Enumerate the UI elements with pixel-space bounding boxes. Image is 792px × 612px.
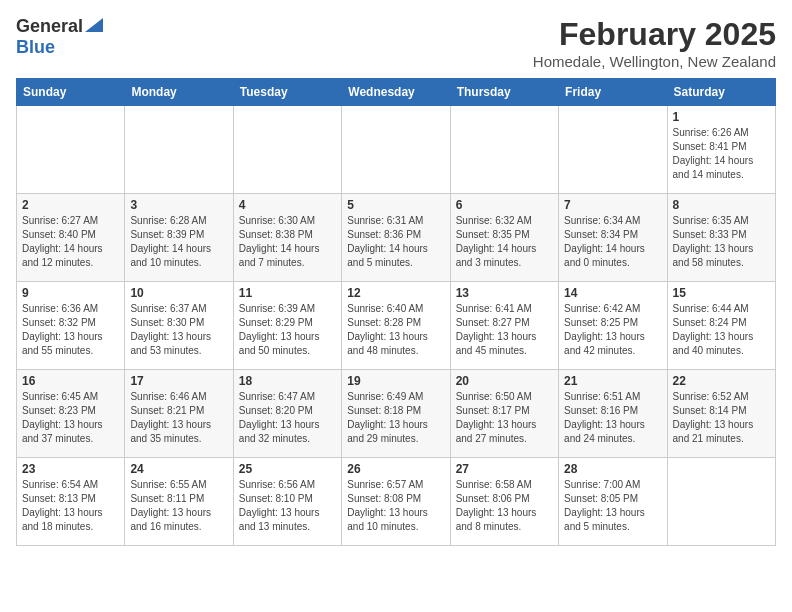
- calendar-cell: 23Sunrise: 6:54 AM Sunset: 8:13 PM Dayli…: [17, 458, 125, 546]
- day-number: 3: [130, 198, 227, 212]
- day-info: Sunrise: 6:32 AM Sunset: 8:35 PM Dayligh…: [456, 214, 553, 270]
- logo-blue-text: Blue: [16, 37, 55, 57]
- day-info: Sunrise: 6:39 AM Sunset: 8:29 PM Dayligh…: [239, 302, 336, 358]
- calendar-cell: 5Sunrise: 6:31 AM Sunset: 8:36 PM Daylig…: [342, 194, 450, 282]
- day-number: 6: [456, 198, 553, 212]
- calendar-cell: [125, 106, 233, 194]
- calendar-cell: 18Sunrise: 6:47 AM Sunset: 8:20 PM Dayli…: [233, 370, 341, 458]
- day-number: 20: [456, 374, 553, 388]
- day-number: 9: [22, 286, 119, 300]
- day-number: 26: [347, 462, 444, 476]
- calendar-cell: 8Sunrise: 6:35 AM Sunset: 8:33 PM Daylig…: [667, 194, 775, 282]
- month-title: February 2025: [533, 16, 776, 53]
- calendar-cell: [450, 106, 558, 194]
- calendar-table: SundayMondayTuesdayWednesdayThursdayFrid…: [16, 78, 776, 546]
- weekday-header: Wednesday: [342, 79, 450, 106]
- calendar-week-row: 23Sunrise: 6:54 AM Sunset: 8:13 PM Dayli…: [17, 458, 776, 546]
- day-info: Sunrise: 6:42 AM Sunset: 8:25 PM Dayligh…: [564, 302, 661, 358]
- weekday-header: Friday: [559, 79, 667, 106]
- day-number: 1: [673, 110, 770, 124]
- calendar-cell: 2Sunrise: 6:27 AM Sunset: 8:40 PM Daylig…: [17, 194, 125, 282]
- day-info: Sunrise: 6:26 AM Sunset: 8:41 PM Dayligh…: [673, 126, 770, 182]
- calendar-cell: 21Sunrise: 6:51 AM Sunset: 8:16 PM Dayli…: [559, 370, 667, 458]
- day-number: 11: [239, 286, 336, 300]
- weekday-header: Thursday: [450, 79, 558, 106]
- day-number: 7: [564, 198, 661, 212]
- calendar-cell: [233, 106, 341, 194]
- day-info: Sunrise: 6:49 AM Sunset: 8:18 PM Dayligh…: [347, 390, 444, 446]
- calendar-week-row: 9Sunrise: 6:36 AM Sunset: 8:32 PM Daylig…: [17, 282, 776, 370]
- calendar-cell: 9Sunrise: 6:36 AM Sunset: 8:32 PM Daylig…: [17, 282, 125, 370]
- calendar-header-row: SundayMondayTuesdayWednesdayThursdayFrid…: [17, 79, 776, 106]
- day-number: 16: [22, 374, 119, 388]
- header: General Blue February 2025 Homedale, Wel…: [16, 16, 776, 70]
- day-info: Sunrise: 6:52 AM Sunset: 8:14 PM Dayligh…: [673, 390, 770, 446]
- weekday-header: Tuesday: [233, 79, 341, 106]
- day-info: Sunrise: 6:28 AM Sunset: 8:39 PM Dayligh…: [130, 214, 227, 270]
- calendar-cell: 11Sunrise: 6:39 AM Sunset: 8:29 PM Dayli…: [233, 282, 341, 370]
- calendar-cell: 17Sunrise: 6:46 AM Sunset: 8:21 PM Dayli…: [125, 370, 233, 458]
- calendar-body: 1Sunrise: 6:26 AM Sunset: 8:41 PM Daylig…: [17, 106, 776, 546]
- logo-general-text: General: [16, 16, 83, 37]
- logo: General Blue: [16, 16, 103, 58]
- day-info: Sunrise: 6:45 AM Sunset: 8:23 PM Dayligh…: [22, 390, 119, 446]
- day-number: 13: [456, 286, 553, 300]
- calendar-cell: 16Sunrise: 6:45 AM Sunset: 8:23 PM Dayli…: [17, 370, 125, 458]
- day-info: Sunrise: 6:57 AM Sunset: 8:08 PM Dayligh…: [347, 478, 444, 534]
- day-number: 28: [564, 462, 661, 476]
- day-number: 10: [130, 286, 227, 300]
- day-info: Sunrise: 6:27 AM Sunset: 8:40 PM Dayligh…: [22, 214, 119, 270]
- day-info: Sunrise: 6:36 AM Sunset: 8:32 PM Dayligh…: [22, 302, 119, 358]
- calendar-cell: 6Sunrise: 6:32 AM Sunset: 8:35 PM Daylig…: [450, 194, 558, 282]
- calendar-cell: 10Sunrise: 6:37 AM Sunset: 8:30 PM Dayli…: [125, 282, 233, 370]
- day-number: 14: [564, 286, 661, 300]
- day-number: 27: [456, 462, 553, 476]
- day-info: Sunrise: 6:46 AM Sunset: 8:21 PM Dayligh…: [130, 390, 227, 446]
- calendar-week-row: 1Sunrise: 6:26 AM Sunset: 8:41 PM Daylig…: [17, 106, 776, 194]
- calendar-cell: 20Sunrise: 6:50 AM Sunset: 8:17 PM Dayli…: [450, 370, 558, 458]
- day-info: Sunrise: 6:56 AM Sunset: 8:10 PM Dayligh…: [239, 478, 336, 534]
- day-info: Sunrise: 6:30 AM Sunset: 8:38 PM Dayligh…: [239, 214, 336, 270]
- calendar-week-row: 16Sunrise: 6:45 AM Sunset: 8:23 PM Dayli…: [17, 370, 776, 458]
- weekday-header: Saturday: [667, 79, 775, 106]
- calendar-cell: 14Sunrise: 6:42 AM Sunset: 8:25 PM Dayli…: [559, 282, 667, 370]
- day-number: 5: [347, 198, 444, 212]
- calendar-cell: 1Sunrise: 6:26 AM Sunset: 8:41 PM Daylig…: [667, 106, 775, 194]
- day-info: Sunrise: 7:00 AM Sunset: 8:05 PM Dayligh…: [564, 478, 661, 534]
- calendar-cell: 12Sunrise: 6:40 AM Sunset: 8:28 PM Dayli…: [342, 282, 450, 370]
- weekday-header: Sunday: [17, 79, 125, 106]
- day-info: Sunrise: 6:37 AM Sunset: 8:30 PM Dayligh…: [130, 302, 227, 358]
- day-number: 8: [673, 198, 770, 212]
- logo-icon: [85, 18, 103, 32]
- day-info: Sunrise: 6:31 AM Sunset: 8:36 PM Dayligh…: [347, 214, 444, 270]
- day-number: 15: [673, 286, 770, 300]
- calendar-cell: 27Sunrise: 6:58 AM Sunset: 8:06 PM Dayli…: [450, 458, 558, 546]
- day-info: Sunrise: 6:34 AM Sunset: 8:34 PM Dayligh…: [564, 214, 661, 270]
- calendar-cell: 26Sunrise: 6:57 AM Sunset: 8:08 PM Dayli…: [342, 458, 450, 546]
- day-info: Sunrise: 6:55 AM Sunset: 8:11 PM Dayligh…: [130, 478, 227, 534]
- calendar-cell: [17, 106, 125, 194]
- calendar-cell: 24Sunrise: 6:55 AM Sunset: 8:11 PM Dayli…: [125, 458, 233, 546]
- calendar-cell: 25Sunrise: 6:56 AM Sunset: 8:10 PM Dayli…: [233, 458, 341, 546]
- day-number: 25: [239, 462, 336, 476]
- calendar-cell: [342, 106, 450, 194]
- day-info: Sunrise: 6:40 AM Sunset: 8:28 PM Dayligh…: [347, 302, 444, 358]
- calendar-cell: 15Sunrise: 6:44 AM Sunset: 8:24 PM Dayli…: [667, 282, 775, 370]
- calendar-cell: 13Sunrise: 6:41 AM Sunset: 8:27 PM Dayli…: [450, 282, 558, 370]
- day-info: Sunrise: 6:44 AM Sunset: 8:24 PM Dayligh…: [673, 302, 770, 358]
- day-number: 17: [130, 374, 227, 388]
- day-number: 12: [347, 286, 444, 300]
- weekday-header: Monday: [125, 79, 233, 106]
- day-info: Sunrise: 6:41 AM Sunset: 8:27 PM Dayligh…: [456, 302, 553, 358]
- day-number: 21: [564, 374, 661, 388]
- day-number: 2: [22, 198, 119, 212]
- calendar-cell: 3Sunrise: 6:28 AM Sunset: 8:39 PM Daylig…: [125, 194, 233, 282]
- calendar-week-row: 2Sunrise: 6:27 AM Sunset: 8:40 PM Daylig…: [17, 194, 776, 282]
- day-info: Sunrise: 6:35 AM Sunset: 8:33 PM Dayligh…: [673, 214, 770, 270]
- day-info: Sunrise: 6:51 AM Sunset: 8:16 PM Dayligh…: [564, 390, 661, 446]
- calendar-cell: 4Sunrise: 6:30 AM Sunset: 8:38 PM Daylig…: [233, 194, 341, 282]
- day-number: 24: [130, 462, 227, 476]
- day-info: Sunrise: 6:54 AM Sunset: 8:13 PM Dayligh…: [22, 478, 119, 534]
- location-title: Homedale, Wellington, New Zealand: [533, 53, 776, 70]
- calendar-cell: 22Sunrise: 6:52 AM Sunset: 8:14 PM Dayli…: [667, 370, 775, 458]
